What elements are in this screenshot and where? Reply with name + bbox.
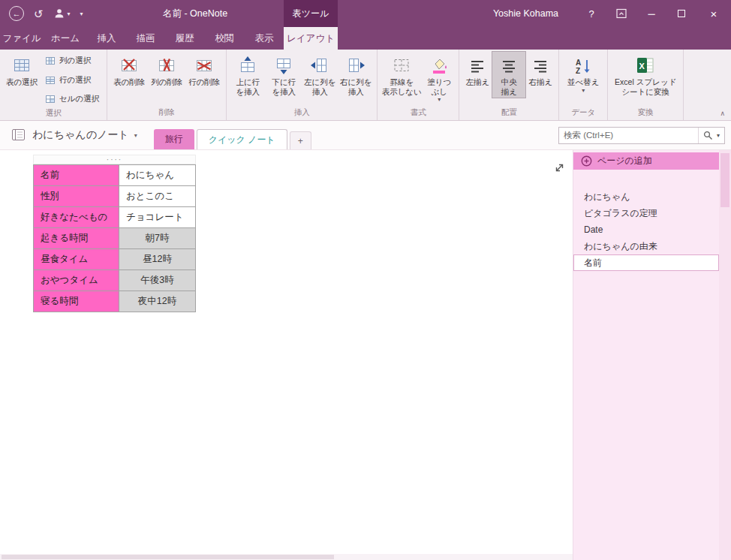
table-row: 性別 おとこのこ [34, 186, 196, 207]
align-right-button[interactable]: 右揃え [525, 52, 555, 89]
table-value-cell[interactable]: 朝7時 [119, 228, 196, 249]
insert-row-above-button[interactable]: 上に行 を挿入 [230, 52, 266, 98]
insert-column-right-icon [346, 54, 366, 75]
table-value-cell[interactable]: おとこのこ [119, 186, 196, 207]
svg-text:Z: Z [576, 67, 580, 75]
search-icon [703, 131, 713, 140]
table-value-cell[interactable]: 夜中12時 [119, 291, 196, 312]
ribbon: 表の選択 列の選択 行の選択 セルの選択 [0, 50, 731, 121]
undo-button[interactable]: ↺ [34, 0, 44, 27]
table-header-cell[interactable]: おやつタイム [34, 270, 119, 291]
button-label: 行の削除 [188, 77, 220, 87]
tab-file[interactable]: ファイル [0, 27, 44, 50]
shading-button[interactable]: 塗りつ ぶし ▾ [423, 52, 456, 105]
tab-layout[interactable]: レイアウト [284, 27, 338, 50]
page-list-item[interactable]: Date [573, 221, 719, 238]
button-label: 左に列を [304, 77, 336, 87]
chevron-down-icon: ▾ [582, 87, 585, 95]
page-list-item[interactable]: ピタゴラスの定理 [573, 205, 719, 221]
sort-button[interactable]: AZ 並べ替え ▾ [562, 52, 604, 96]
signed-in-user[interactable]: Yoshie Kohama [475, 8, 576, 19]
group-content: AZ 並べ替え ▾ [560, 50, 606, 107]
tab-insert[interactable]: 挿入 [87, 27, 126, 50]
delete-row-button[interactable]: 行の削除 [185, 52, 223, 89]
section-tab-travel[interactable]: 旅行 [154, 129, 194, 149]
table-header-cell[interactable]: 名前 [34, 165, 119, 186]
table-value-cell[interactable]: 昼12時 [119, 249, 196, 270]
tab-draw[interactable]: 描画 [126, 27, 165, 50]
tab-view[interactable]: 表示 [245, 27, 284, 50]
button-label: 上に行 [236, 77, 260, 87]
window-title: 名前 - OneNote [163, 0, 227, 27]
page-canvas[interactable]: ···· 名前 わにちゃん 性別 おとこのこ 好きなたべもの チョコレート [0, 150, 573, 560]
table-header-cell[interactable]: 好きなたべもの [34, 207, 119, 228]
align-right-icon [532, 54, 549, 75]
new-section-tab[interactable]: + [290, 131, 311, 149]
delete-column-button[interactable]: 列の削除 [148, 52, 185, 89]
page-list-item[interactable]: わにちゃん [573, 188, 719, 205]
close-icon: × [711, 8, 717, 20]
insert-column-left-button[interactable]: 左に列を 挿入 [302, 52, 338, 98]
section-tab-quick-notes[interactable]: クイック ノート [197, 129, 287, 149]
select-cell-button[interactable]: セルの選択 [42, 92, 104, 106]
align-left-button[interactable]: 左揃え [462, 52, 492, 89]
chevron-down-icon: ▾ [134, 132, 137, 139]
ribbon-display-options-button[interactable] [606, 0, 636, 27]
ribbon-group-data: AZ 並べ替え ▾ データ [559, 50, 608, 120]
button-label: 中央 [501, 77, 517, 87]
notebook-name: わにちゃんのノート [32, 128, 129, 142]
ribbon-group-convert: X Excel スプレッド シートに変換 変換 [608, 50, 684, 120]
expand-page-button[interactable] [554, 162, 565, 176]
notebook-dropdown[interactable]: わにちゃんのノート ▾ [0, 128, 137, 143]
page-list-item-selected[interactable]: 名前 [573, 254, 719, 271]
group-content: 左揃え 中央 揃え 右揃え [460, 50, 558, 107]
maximize-button[interactable] [666, 0, 696, 27]
table-header-cell[interactable]: 起きる時間 [34, 228, 119, 249]
button-label: 表示しない [382, 87, 422, 97]
search-input[interactable] [559, 131, 698, 140]
table-header-cell[interactable]: 昼食タイム [34, 249, 119, 270]
search-scope-controls[interactable]: ▾ [698, 128, 724, 143]
group-label-selection: 選択 [1, 107, 106, 121]
align-center-button[interactable]: 中央 揃え [492, 52, 525, 98]
help-button[interactable]: ? [576, 0, 606, 27]
horizontal-scrollbar[interactable] [0, 554, 573, 560]
delete-table-button[interactable]: 表の削除 [110, 52, 148, 89]
insert-column-right-button[interactable]: 右に列を 挿入 [338, 52, 374, 98]
button-label: ぶし [432, 87, 448, 97]
close-button[interactable]: × [696, 0, 731, 27]
select-column-button[interactable]: 列の選択 [42, 54, 95, 68]
minimize-button[interactable]: ─ [636, 0, 666, 27]
tab-review[interactable]: 校閲 [204, 27, 245, 50]
hide-borders-button[interactable]: 罫線を 表示しない [381, 52, 423, 98]
horizontal-scrollbar-thumb[interactable] [2, 555, 334, 559]
vertical-scrollbar-thumb[interactable] [720, 153, 729, 207]
table-value-cell[interactable]: チョコレート [119, 207, 196, 228]
customize-qat-button[interactable]: ▾ [80, 0, 83, 27]
insert-row-below-button[interactable]: 下に行 を挿入 [266, 52, 302, 98]
page-list-panel: ページの追加 わにちゃん ピタゴラスの定理 Date わにちゃんの由来 名前 [573, 150, 731, 560]
button-label: 罫線を [390, 77, 414, 87]
chevron-down-icon: ▾ [717, 132, 720, 139]
user-menu-button[interactable]: ▾ [53, 0, 71, 27]
button-label: を挿入 [272, 87, 296, 97]
back-button[interactable]: ← [9, 0, 24, 27]
add-page-button[interactable]: ページの追加 [573, 152, 719, 170]
table-value-cell[interactable]: わにちゃん [119, 165, 196, 186]
tab-home[interactable]: ホーム [44, 27, 87, 50]
ribbon-group-delete: 表の削除 列の削除 行の削除 削除 [107, 50, 227, 120]
select-table-button[interactable]: 表の選択 [3, 52, 41, 89]
ribbon-group-format: 罫線を 表示しない 塗りつ ぶし ▾ 書式 [378, 50, 459, 120]
table-move-handle[interactable]: ···· [33, 155, 196, 164]
tab-history[interactable]: 履歴 [165, 27, 204, 50]
collapse-ribbon-button[interactable]: ∧ [720, 110, 725, 117]
table-value-cell[interactable]: 午後3時 [119, 270, 196, 291]
page-list-item[interactable]: わにちゃんの由来 [573, 238, 719, 254]
table-header-cell[interactable]: 性別 [34, 186, 119, 207]
vertical-scrollbar[interactable] [719, 150, 731, 560]
convert-to-excel-button[interactable]: X Excel スプレッド シートに変換 [611, 52, 680, 98]
table-row: 起きる時間 朝7時 [34, 228, 196, 249]
table-header-cell[interactable]: 寝る時間 [34, 291, 119, 312]
undo-icon: ↺ [34, 8, 44, 20]
select-row-button[interactable]: 行の選択 [42, 74, 95, 87]
